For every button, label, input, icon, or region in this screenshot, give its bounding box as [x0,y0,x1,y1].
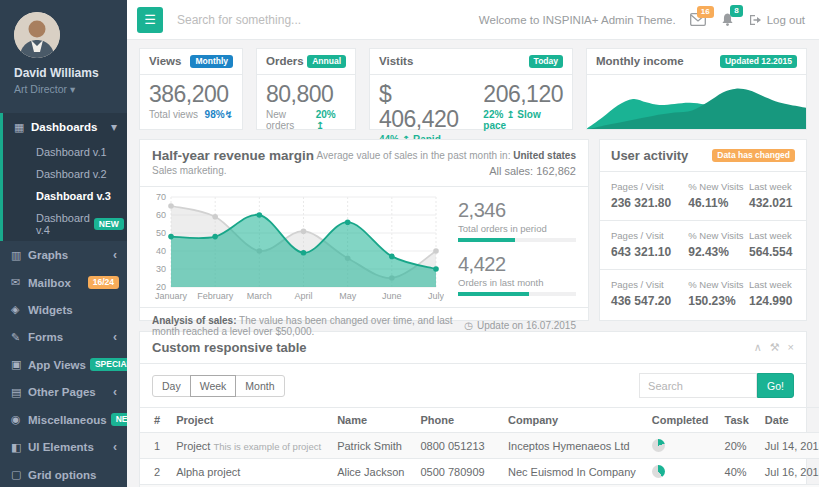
country-name: United states [513,150,576,161]
close-icon[interactable]: × [788,341,794,354]
user-activity-panel: User activity Data has changed Pages / V… [599,139,807,321]
sidebar-item-mailbox[interactable]: ✉Mailbox16/24 [0,269,127,296]
visits-pace-2: 22% ↥ Slow pace [483,109,563,131]
sidebar-subitem-dashboard-v-3[interactable]: Dashboard v.3 [3,185,127,207]
revenue-side-stats: 2,346Total orders in period4,422Orders i… [444,191,578,307]
visits-period-badge: Today [529,55,563,68]
order-stat: 4,422Orders in last month [458,253,576,296]
range-button-day[interactable]: Day [152,375,191,397]
stat-value: 2,346 [458,199,576,222]
table-search-input[interactable] [639,373,757,398]
range-button-month[interactable]: Month [235,375,284,397]
level-up-icon: ↥ [316,120,324,131]
svg-text:40: 40 [156,246,166,256]
progress-bar [458,238,576,242]
sidebar-item-ui-elements[interactable]: ◧UI Elements‹ [0,433,127,461]
profile-name: David Williams [14,66,115,80]
completion-pie [652,439,665,452]
data-changed-badge: Data has changed [712,149,795,162]
collapse-icon[interactable]: ∧ [754,341,762,354]
sidebar-subitem-dashboard-v-1[interactable]: Dashboard v.1 [3,141,127,163]
sidebar: David Williams Art Director ▾ ▦ Dashboar… [0,0,127,487]
column-header-project: Project [168,408,329,433]
svg-text:30: 30 [156,264,166,274]
sidebar-nav: ▦ Dashboards ▾ Dashboard v.1Dashboard v.… [0,113,127,487]
sidebar-subitem-dashboard-v-4[interactable]: Dashboard v.4NEW [3,207,127,241]
go-button[interactable]: Go! [757,373,794,398]
sidebar-menu: ▥Graphs‹✉Mailbox16/24◈Widgets✎Forms‹▣App… [0,241,127,487]
revenue-panel: Half-year revenue margin Sales marketing… [139,139,589,321]
table-row[interactable]: 2Alpha projectAlice Jackson0500 780909Ne… [140,459,819,485]
logout-button[interactable]: Log out [749,14,805,26]
level-up-icon: ↥ [506,109,514,120]
sidebar-item-other-pages[interactable]: ▤Other Pages‹ [0,378,127,406]
visits-title: Vistits [379,55,413,67]
orders-label: New orders [266,109,316,131]
order-stat: 2,346Total orders in period [458,199,576,242]
forms-icon: ✎ [11,331,28,344]
miscellaneous-badge: NEW [111,413,127,426]
views-period-badge: Monthly [190,55,233,68]
progress-bar [458,292,576,296]
sidebar-item-forms[interactable]: ✎Forms‹ [0,323,127,351]
page-content: Views Monthly 386,200 Total views 98%↯ [127,40,819,487]
messages-button[interactable]: 16 [690,13,706,26]
sidebar-item-dashboards[interactable]: ▦ Dashboards ▾ [3,113,127,141]
sidebar-subitem-dashboard-v-2[interactable]: Dashboard v.2 [3,163,127,185]
activity-row: Pages / Visit643 321.10% New Visits92.43… [600,221,806,270]
range-button-week[interactable]: Week [190,375,237,397]
all-sales: All sales: 162,862 [317,163,576,180]
table-panel-title: Custom responsive table [152,340,307,355]
caret-down-icon: ▾ [70,83,75,95]
income-card: Monthly income Updated 12.2015 [586,48,807,130]
menu-toggle-button[interactable]: ☰ [137,7,163,33]
visits-card: Vistits Today $ 406,420 44% ↥ Rapid pace [369,48,573,130]
svg-text:April: April [294,291,312,301]
sidebar-item-widgets[interactable]: ◈Widgets [0,296,127,323]
column-header-task: Task [717,408,757,433]
avatar[interactable] [14,12,60,58]
clock-icon: ◷ [464,320,473,331]
navbar-right: Welcome to INSPINIA+ Admin Theme. 16 8 [479,12,805,27]
sidebar-item-miscellaneous[interactable]: ◉MiscellaneousNEW [0,406,127,433]
table-row[interactable]: 1Project This is example of projectPatri… [140,433,819,459]
dashboards-block: ▦ Dashboards ▾ Dashboard v.1Dashboard v.… [0,113,127,241]
stats-row: Views Monthly 386,200 Total views 98%↯ [139,48,807,130]
svg-text:70: 70 [156,192,166,202]
orders-delta: 20% ↥ [316,109,346,131]
column-header-phone: Phone [412,408,500,433]
avatar-photo [14,12,60,58]
chevron-left-icon: ‹ [113,330,119,344]
chevron-down-icon: ▾ [111,120,119,134]
orders-value: 80,800 [266,82,346,107]
revenue-summary: Average value of sales in the past month… [317,148,576,180]
user-activity-title: User activity [611,148,688,163]
top-navbar: ☰ Welcome to INSPINIA+ Admin Theme. 16 [127,0,819,40]
revenue-subtitle: Sales marketing. [152,165,314,176]
app-views-icon: ▣ [11,358,28,371]
orders-title: Orders [266,55,304,67]
orders-card: Orders Annual 80,800 New orders 20% ↥ [256,48,356,130]
user-activity-rows: Pages / Visit236 321.80% New Visits46.11… [600,172,806,318]
wrench-icon[interactable]: ⚒ [770,341,780,354]
app-views-badge: SPECIAL [90,358,127,371]
chevron-left-icon: ‹ [113,385,119,399]
sidebar-item-graphs[interactable]: ▥Graphs‹ [0,241,127,269]
income-title: Monthly income [596,55,684,67]
sidebar-item-app-views[interactable]: ▣App ViewsSPECIAL [0,351,127,378]
sidebar-item-grid-options[interactable]: ▢Grid options [0,461,127,487]
views-value: 386,200 [149,82,233,107]
ui-elements-icon: ◧ [11,441,28,454]
range-button-group: DayWeekMonth [152,375,285,397]
svg-text:20: 20 [156,282,166,292]
notifications-button[interactable]: 8 [720,12,735,27]
stat-label: Total orders in period [458,223,576,234]
miscellaneous-icon: ◉ [11,413,28,426]
column-header--: # [140,408,168,433]
main-area: ☰ Welcome to INSPINIA+ Admin Theme. 16 [127,0,819,487]
search-input[interactable] [177,13,387,27]
revenue-chart: JanuaryFebruaryMarchAprilMayJuneJuly2030… [146,191,444,303]
profile-role-dropdown[interactable]: Art Director ▾ [14,83,115,95]
chevron-left-icon: ‹ [113,440,119,454]
views-delta: 98%↯ [205,109,233,120]
